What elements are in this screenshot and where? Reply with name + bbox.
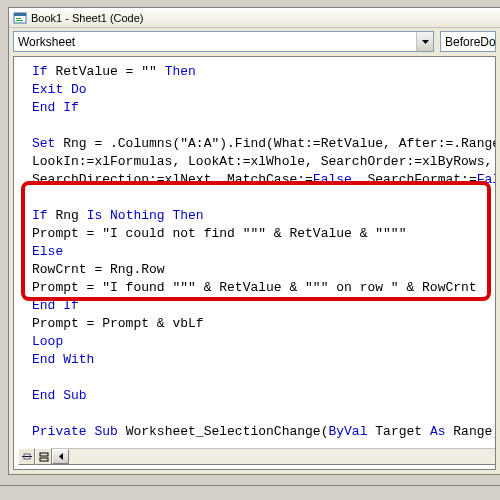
svg-rect-3 [16, 20, 23, 21]
code-window: Book1 - Sheet1 (Code) Worksheet BeforeDo… [8, 7, 500, 475]
procedure-dropdown[interactable]: BeforeDo [440, 31, 496, 52]
svg-rect-7 [40, 458, 48, 461]
scroll-left-button[interactable] [52, 449, 69, 464]
object-dropdown-value: Worksheet [18, 35, 416, 49]
divider [0, 485, 500, 486]
procedure-view-button[interactable] [18, 448, 35, 465]
chevron-down-icon[interactable] [416, 32, 433, 51]
code-text[interactable]: If RetValue = "" Then Exit Do End If Set… [14, 57, 495, 447]
svg-rect-2 [16, 18, 21, 19]
full-module-view-button[interactable] [35, 448, 52, 465]
titlebar[interactable]: Book1 - Sheet1 (Code) [9, 8, 500, 28]
horizontal-scrollbar[interactable] [52, 448, 495, 465]
window-title: Book1 - Sheet1 (Code) [31, 12, 144, 24]
svg-rect-6 [40, 453, 48, 456]
module-icon [13, 11, 27, 25]
object-dropdown[interactable]: Worksheet [13, 31, 434, 52]
toolbar: Worksheet BeforeDo [9, 28, 500, 56]
procedure-dropdown-value: BeforeDo [445, 35, 496, 49]
svg-rect-1 [14, 13, 26, 16]
code-area[interactable]: If RetValue = "" Then Exit Do End If Set… [13, 56, 496, 470]
bottom-bar [18, 448, 495, 465]
